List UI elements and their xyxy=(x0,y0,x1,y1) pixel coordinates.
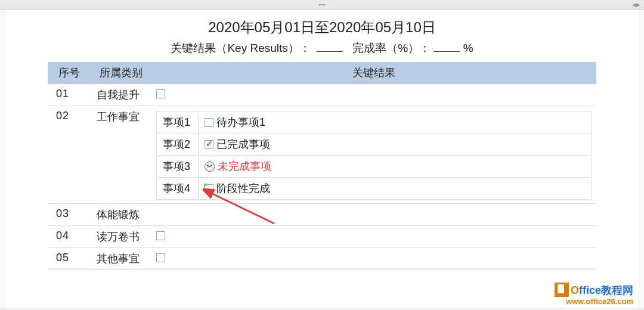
cell-cat: 其他事宜 xyxy=(91,248,151,270)
cell-cat: 体能锻炼 xyxy=(91,204,151,226)
item-value[interactable]: 阶段性完成 xyxy=(199,178,592,200)
cell-seq: 04 xyxy=(48,226,91,248)
checkbox-icon[interactable] xyxy=(156,89,165,98)
rate-blank[interactable] xyxy=(434,51,460,52)
cell-cat: 读万卷书 xyxy=(91,226,151,248)
cell-seq: 02 xyxy=(48,106,91,204)
table-row: 05 其他事宜 xyxy=(48,248,596,270)
item-text: 未完成事项 xyxy=(218,160,271,172)
kr-label: 关键结果（Key Results）： xyxy=(171,42,310,54)
item-value[interactable]: 已完成事项 xyxy=(199,134,592,156)
checkbox-icon[interactable] xyxy=(156,231,165,240)
page-title: 2020年05月01日至2020年05月10日 xyxy=(48,18,596,37)
checkbox-icon[interactable] xyxy=(205,118,213,127)
sad-face-icon xyxy=(205,162,215,172)
table-row: 04 读万卷书 xyxy=(48,226,596,248)
item-label: 事项3 xyxy=(157,156,199,178)
item-text: 已完成事项 xyxy=(216,138,270,150)
cell-res[interactable] xyxy=(151,204,596,226)
watermark-url: www.office26.com xyxy=(555,297,633,306)
cell-seq: 03 xyxy=(48,204,91,226)
watermark-brand-rest: ffice教程网 xyxy=(579,284,633,296)
item-label: 事项2 xyxy=(157,134,199,156)
cell-cat: 工作事宜 xyxy=(91,106,151,204)
cell-seq: 05 xyxy=(48,248,91,270)
cell-res[interactable] xyxy=(151,248,596,270)
inner-row: 事项1 待办事项1 xyxy=(157,111,592,134)
item-value[interactable]: 待办事项1 xyxy=(199,111,592,134)
document-page: 2020年05月01日至2020年05月10日 关键结果（Key Results… xyxy=(6,10,638,310)
table-header-row: 序号 所属类别 关键结果 xyxy=(48,62,596,84)
top-bar: •••• ◀▶ xyxy=(0,0,644,10)
fold-checkbox-icon[interactable] xyxy=(205,184,213,193)
inner-row: 事项3 未完成事项 xyxy=(157,156,592,178)
table-row: 01 自我提升 xyxy=(48,84,596,106)
checkbox-icon[interactable] xyxy=(156,253,165,262)
page-subtitle: 关键结果（Key Results）： 完成率（%）： % xyxy=(48,41,596,56)
inner-row: 事项4 阶段性完成 xyxy=(157,178,592,200)
cell-cat: 自我提升 xyxy=(91,84,151,106)
cell-res: 事项1 待办事项1 事项2 已完成事项 事项3 未完成事项 事项4 xyxy=(151,106,596,204)
cell-seq: 01 xyxy=(48,84,91,106)
watermark: Office教程网 www.office26.com xyxy=(555,283,633,306)
main-table: 序号 所属类别 关键结果 01 自我提升 02 工作事宜 事项1 待办事项1 xyxy=(48,62,596,270)
th-cat: 所属类别 xyxy=(91,62,151,84)
item-value[interactable]: 未完成事项 xyxy=(199,156,592,178)
inner-table: 事项1 待办事项1 事项2 已完成事项 事项3 未完成事项 事项4 xyxy=(156,111,592,200)
th-res: 关键结果 xyxy=(151,62,596,84)
checked-icon[interactable] xyxy=(205,140,213,149)
percent-sign: % xyxy=(463,42,473,54)
th-seq: 序号 xyxy=(48,62,91,84)
table-row: 03 体能锻炼 xyxy=(48,204,596,226)
rate-label: 完成率（%）： xyxy=(352,42,431,54)
kr-blank[interactable] xyxy=(317,51,343,52)
item-text: 待办事项1 xyxy=(216,116,265,128)
item-label: 事项4 xyxy=(157,178,199,200)
item-text: 阶段性完成 xyxy=(216,182,270,194)
cell-res[interactable] xyxy=(151,84,596,106)
drag-dots: •••• xyxy=(318,2,325,7)
cell-res[interactable] xyxy=(151,226,596,248)
watermark-brand-o: O xyxy=(571,284,579,296)
nav-arrows[interactable]: ◀▶ xyxy=(632,0,640,10)
table-row: 02 工作事宜 事项1 待办事项1 事项2 已完成事项 事项3 xyxy=(48,106,596,204)
inner-row: 事项2 已完成事项 xyxy=(157,134,592,156)
watermark-logo-icon xyxy=(555,283,569,297)
item-label: 事项1 xyxy=(157,111,199,134)
bottom-shadow xyxy=(0,306,644,310)
